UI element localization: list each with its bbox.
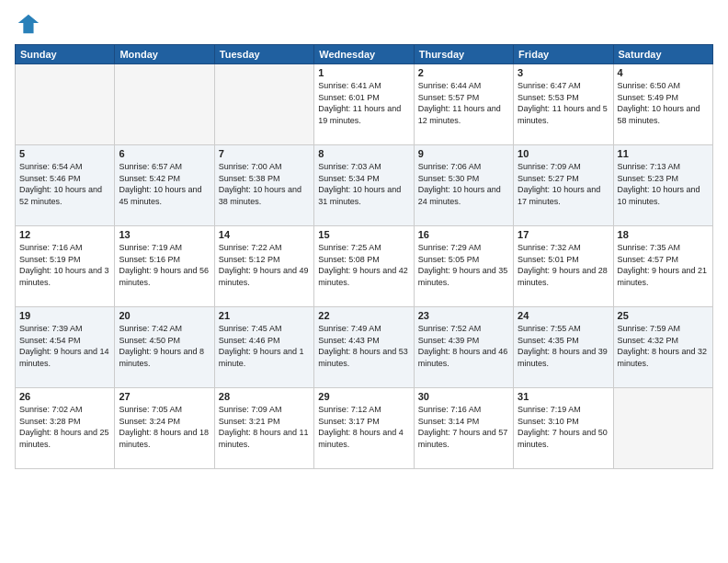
calendar-cell: 12Sunrise: 7:16 AMSunset: 5:19 PMDayligh…: [16, 226, 115, 307]
day-number: 29: [318, 391, 409, 402]
day-info: Sunrise: 7:05 AMSunset: 3:24 PMDaylight:…: [119, 404, 210, 450]
day-number: 24: [518, 310, 609, 321]
day-number: 28: [219, 391, 310, 402]
calendar-cell: 16Sunrise: 7:29 AMSunset: 5:05 PMDayligh…: [414, 226, 513, 307]
calendar-cell: 2Sunrise: 6:44 AMSunset: 5:57 PMDaylight…: [414, 64, 513, 145]
calendar-cell: 17Sunrise: 7:32 AMSunset: 5:01 PMDayligh…: [514, 226, 613, 307]
day-info: Sunrise: 7:49 AMSunset: 4:43 PMDaylight:…: [318, 323, 409, 369]
calendar-cell: 29Sunrise: 7:12 AMSunset: 3:17 PMDayligh…: [314, 388, 414, 469]
day-info: Sunrise: 7:25 AMSunset: 5:08 PMDaylight:…: [318, 242, 409, 288]
calendar-cell: 7Sunrise: 7:00 AMSunset: 5:38 PMDaylight…: [214, 145, 313, 226]
calendar-cell: 1Sunrise: 6:41 AMSunset: 6:01 PMDaylight…: [314, 64, 414, 145]
day-info: Sunrise: 7:55 AMSunset: 4:35 PMDaylight:…: [518, 323, 609, 369]
day-info: Sunrise: 7:52 AMSunset: 4:39 PMDaylight:…: [418, 323, 509, 369]
day-info: Sunrise: 7:02 AMSunset: 3:28 PMDaylight:…: [19, 404, 110, 450]
day-info: Sunrise: 6:57 AMSunset: 5:42 PMDaylight:…: [119, 161, 210, 207]
calendar-cell: 27Sunrise: 7:05 AMSunset: 3:24 PMDayligh…: [115, 388, 214, 469]
day-number: 26: [19, 391, 110, 402]
weekday-header-tuesday: Tuesday: [214, 45, 313, 64]
calendar-cell: [613, 388, 712, 469]
day-info: Sunrise: 7:59 AMSunset: 4:32 PMDaylight:…: [618, 323, 709, 369]
day-number: 25: [618, 310, 709, 321]
weekday-header-monday: Monday: [115, 45, 214, 64]
day-number: 21: [219, 310, 310, 321]
calendar-cell: 14Sunrise: 7:22 AMSunset: 5:12 PMDayligh…: [214, 226, 313, 307]
calendar-cell: [214, 64, 313, 145]
calendar-cell: 19Sunrise: 7:39 AMSunset: 4:54 PMDayligh…: [16, 307, 115, 388]
day-number: 30: [418, 391, 509, 402]
day-info: Sunrise: 7:45 AMSunset: 4:46 PMDaylight:…: [219, 323, 310, 369]
weekday-header-friday: Friday: [514, 45, 613, 64]
day-number: 27: [119, 391, 210, 402]
day-number: 15: [318, 229, 409, 240]
calendar-cell: 20Sunrise: 7:42 AMSunset: 4:50 PMDayligh…: [115, 307, 214, 388]
calendar-cell: 25Sunrise: 7:59 AMSunset: 4:32 PMDayligh…: [613, 307, 712, 388]
calendar-cell: 9Sunrise: 7:06 AMSunset: 5:30 PMDaylight…: [414, 145, 513, 226]
calendar-cell: 18Sunrise: 7:35 AMSunset: 4:57 PMDayligh…: [613, 226, 712, 307]
calendar-cell: [115, 64, 214, 145]
calendar-cell: 8Sunrise: 7:03 AMSunset: 5:34 PMDaylight…: [314, 145, 414, 226]
day-info: Sunrise: 7:16 AMSunset: 3:14 PMDaylight:…: [418, 404, 509, 450]
svg-marker-0: [18, 15, 39, 34]
day-number: 6: [119, 148, 210, 159]
day-number: 31: [518, 391, 609, 402]
day-info: Sunrise: 6:41 AMSunset: 6:01 PMDaylight:…: [318, 80, 409, 126]
calendar-cell: 10Sunrise: 7:09 AMSunset: 5:27 PMDayligh…: [514, 145, 613, 226]
calendar: SundayMondayTuesdayWednesdayThursdayFrid…: [15, 44, 713, 469]
day-info: Sunrise: 7:42 AMSunset: 4:50 PMDaylight:…: [119, 323, 210, 369]
day-info: Sunrise: 7:19 AMSunset: 3:10 PMDaylight:…: [518, 404, 609, 450]
logo-icon: [15, 11, 40, 37]
day-number: 12: [19, 229, 110, 240]
day-number: 5: [19, 148, 110, 159]
day-number: 18: [618, 229, 709, 240]
calendar-cell: 4Sunrise: 6:50 AMSunset: 5:49 PMDaylight…: [613, 64, 712, 145]
day-number: 2: [418, 67, 509, 78]
day-number: 10: [518, 148, 609, 159]
day-number: 8: [318, 148, 409, 159]
day-info: Sunrise: 7:06 AMSunset: 5:30 PMDaylight:…: [418, 161, 509, 207]
day-number: 22: [318, 310, 409, 321]
day-number: 3: [518, 67, 609, 78]
weekday-header-wednesday: Wednesday: [314, 45, 414, 64]
weekday-header-saturday: Saturday: [613, 45, 712, 64]
day-info: Sunrise: 7:09 AMSunset: 5:27 PMDaylight:…: [518, 161, 609, 207]
calendar-cell: 26Sunrise: 7:02 AMSunset: 3:28 PMDayligh…: [16, 388, 115, 469]
day-info: Sunrise: 7:32 AMSunset: 5:01 PMDaylight:…: [518, 242, 609, 288]
day-number: 23: [418, 310, 509, 321]
weekday-header-thursday: Thursday: [414, 45, 513, 64]
day-info: Sunrise: 7:09 AMSunset: 3:21 PMDaylight:…: [219, 404, 310, 450]
calendar-cell: 13Sunrise: 7:19 AMSunset: 5:16 PMDayligh…: [115, 226, 214, 307]
calendar-week-5: 26Sunrise: 7:02 AMSunset: 3:28 PMDayligh…: [16, 388, 713, 469]
calendar-cell: 23Sunrise: 7:52 AMSunset: 4:39 PMDayligh…: [414, 307, 513, 388]
calendar-cell: 24Sunrise: 7:55 AMSunset: 4:35 PMDayligh…: [514, 307, 613, 388]
calendar-cell: 5Sunrise: 6:54 AMSunset: 5:46 PMDaylight…: [16, 145, 115, 226]
day-info: Sunrise: 7:29 AMSunset: 5:05 PMDaylight:…: [418, 242, 509, 288]
calendar-cell: 15Sunrise: 7:25 AMSunset: 5:08 PMDayligh…: [314, 226, 414, 307]
day-info: Sunrise: 7:35 AMSunset: 4:57 PMDaylight:…: [618, 242, 709, 288]
weekday-header-row: SundayMondayTuesdayWednesdayThursdayFrid…: [16, 45, 713, 64]
day-number: 16: [418, 229, 509, 240]
page: SundayMondayTuesdayWednesdayThursdayFrid…: [0, 0, 728, 563]
day-number: 13: [119, 229, 210, 240]
day-number: 20: [119, 310, 210, 321]
weekday-header-sunday: Sunday: [16, 45, 115, 64]
calendar-week-2: 5Sunrise: 6:54 AMSunset: 5:46 PMDaylight…: [16, 145, 713, 226]
logo: [15, 11, 44, 37]
calendar-cell: 31Sunrise: 7:19 AMSunset: 3:10 PMDayligh…: [514, 388, 613, 469]
header: [15, 11, 713, 37]
day-number: 19: [19, 310, 110, 321]
day-info: Sunrise: 7:12 AMSunset: 3:17 PMDaylight:…: [318, 404, 409, 450]
day-info: Sunrise: 7:19 AMSunset: 5:16 PMDaylight:…: [119, 242, 210, 288]
day-info: Sunrise: 6:54 AMSunset: 5:46 PMDaylight:…: [19, 161, 110, 207]
day-info: Sunrise: 7:13 AMSunset: 5:23 PMDaylight:…: [618, 161, 709, 207]
calendar-cell: 21Sunrise: 7:45 AMSunset: 4:46 PMDayligh…: [214, 307, 313, 388]
calendar-cell: 22Sunrise: 7:49 AMSunset: 4:43 PMDayligh…: [314, 307, 414, 388]
calendar-cell: 11Sunrise: 7:13 AMSunset: 5:23 PMDayligh…: [613, 145, 712, 226]
day-info: Sunrise: 7:16 AMSunset: 5:19 PMDaylight:…: [19, 242, 110, 288]
calendar-week-4: 19Sunrise: 7:39 AMSunset: 4:54 PMDayligh…: [16, 307, 713, 388]
day-info: Sunrise: 7:22 AMSunset: 5:12 PMDaylight:…: [219, 242, 310, 288]
day-info: Sunrise: 6:47 AMSunset: 5:53 PMDaylight:…: [518, 80, 609, 126]
day-number: 17: [518, 229, 609, 240]
day-info: Sunrise: 7:03 AMSunset: 5:34 PMDaylight:…: [318, 161, 409, 207]
calendar-cell: 3Sunrise: 6:47 AMSunset: 5:53 PMDaylight…: [514, 64, 613, 145]
